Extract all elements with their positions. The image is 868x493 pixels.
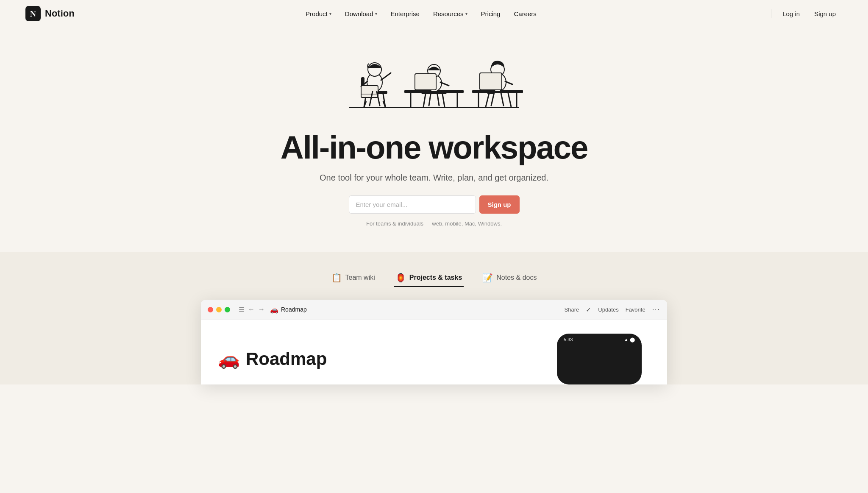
sidebar-toggle-icon[interactable]: ☰ [239,306,245,314]
navbar: N Notion Product ▾ Download ▾ Enterprise… [0,0,868,27]
nav-item-careers[interactable]: Careers [508,7,542,21]
signup-hero-button[interactable]: Sign up [479,195,520,214]
nav-item-resources[interactable]: Resources ▾ [427,7,473,21]
svg-rect-28 [415,74,436,90]
mock-right-panel: 5:33 ▲ ⬤ [557,334,650,384]
logo-text: Notion [45,8,75,19]
breadcrumb-text: Roadmap [281,306,307,313]
svg-line-21 [423,94,426,107]
svg-line-22 [442,94,445,107]
mock-window: ☰ ← → 🚗 Roadmap Share ✓ Updates Favorite… [201,300,667,384]
projects-tasks-icon: 🏮 [395,273,406,283]
nav-divider [771,9,771,18]
mock-toolbar-right: Share ✓ Updates Favorite ··· [565,306,660,314]
svg-rect-45 [487,92,494,94]
updates-button[interactable]: Updates [598,306,618,313]
hero-section: All-in-one workspace One tool for your w… [0,27,868,252]
mock-titlebar: ☰ ← → 🚗 Roadmap Share ✓ Updates Favorite… [201,300,667,320]
mock-phone: 5:33 ▲ ⬤ [557,334,642,384]
features-tabs: 📋 Team wiki 🏮 Projects & tasks 📝 Notes &… [0,269,868,287]
breadcrumb-icon: 🚗 [270,306,278,314]
auth-buttons: Log in Sign up [768,7,843,21]
svg-text:N: N [30,9,36,18]
hero-illustration [332,36,536,120]
signup-nav-button[interactable]: Sign up [807,7,843,21]
tab-team-wiki-label: Team wiki [345,274,375,281]
tab-notes-docs-label: Notes & docs [496,274,537,281]
svg-rect-13 [361,86,378,97]
nav-item-product[interactable]: Product ▾ [300,7,337,21]
features-section: 📋 Team wiki 🏮 Projects & tasks 📝 Notes &… [0,252,868,384]
tab-team-wiki[interactable]: 📋 Team wiki [330,269,377,287]
mock-content: 🚗 Roadmap 5:33 ▲ ⬤ [201,320,667,384]
signup-form: Sign up [349,195,520,214]
mock-nav-icons: ☰ ← → [239,306,265,314]
logo-link[interactable]: N Notion [25,6,75,21]
traffic-dot-maximize[interactable] [225,307,230,312]
chevron-down-icon: ▾ [375,11,377,16]
tab-projects-tasks-label: Projects & tasks [409,274,462,281]
svg-line-37 [486,93,489,107]
tab-projects-tasks[interactable]: 🏮 Projects & tasks [394,269,464,287]
svg-line-11 [381,73,391,80]
mock-breadcrumb: 🚗 Roadmap [270,306,307,314]
page-icon: 🚗 [218,348,240,369]
nav-item-download[interactable]: Download ▾ [339,7,383,21]
phone-notch [587,334,612,337]
mock-window-container: ☰ ← → 🚗 Roadmap Share ✓ Updates Favorite… [0,300,868,384]
traffic-dot-minimize[interactable] [216,307,222,312]
hero-footnote: For teams & individuals — web, mobile, M… [366,220,502,227]
nav-links: Product ▾ Download ▾ Enterprise Resource… [300,7,542,21]
page-title-text: Roadmap [246,349,327,369]
team-wiki-icon: 📋 [331,273,342,283]
chevron-down-icon: ▾ [465,11,467,16]
back-icon[interactable]: ← [248,306,255,314]
favorite-button[interactable]: Favorite [626,306,645,313]
tab-notes-docs[interactable]: 📝 Notes & docs [481,269,538,287]
svg-rect-43 [480,73,502,90]
mock-page-title: 🚗 Roadmap [218,334,327,384]
phone-status-bar: 5:33 ▲ ⬤ [564,337,635,343]
more-options-button[interactable]: ··· [652,306,660,313]
svg-rect-30 [422,92,429,94]
phone-time: 5:33 [564,337,573,343]
hero-title: All-in-one workspace [281,131,587,164]
hero-subtitle: One tool for your whole team. Write, pla… [320,173,548,183]
notion-logo-icon: N [25,6,41,21]
traffic-lights [208,307,230,312]
phone-icons: ▲ ⬤ [624,337,635,343]
forward-icon[interactable]: → [258,306,265,314]
traffic-dot-close[interactable] [208,307,213,312]
nav-item-enterprise[interactable]: Enterprise [385,7,426,21]
nav-item-pricing[interactable]: Pricing [475,7,506,21]
email-input[interactable] [349,195,476,214]
share-button[interactable]: Share [565,306,579,313]
chevron-down-icon: ▾ [329,11,331,16]
svg-line-38 [508,93,511,107]
notes-docs-icon: 📝 [482,273,493,283]
updates-check-icon: ✓ [586,306,591,314]
login-button[interactable]: Log in [776,7,806,21]
